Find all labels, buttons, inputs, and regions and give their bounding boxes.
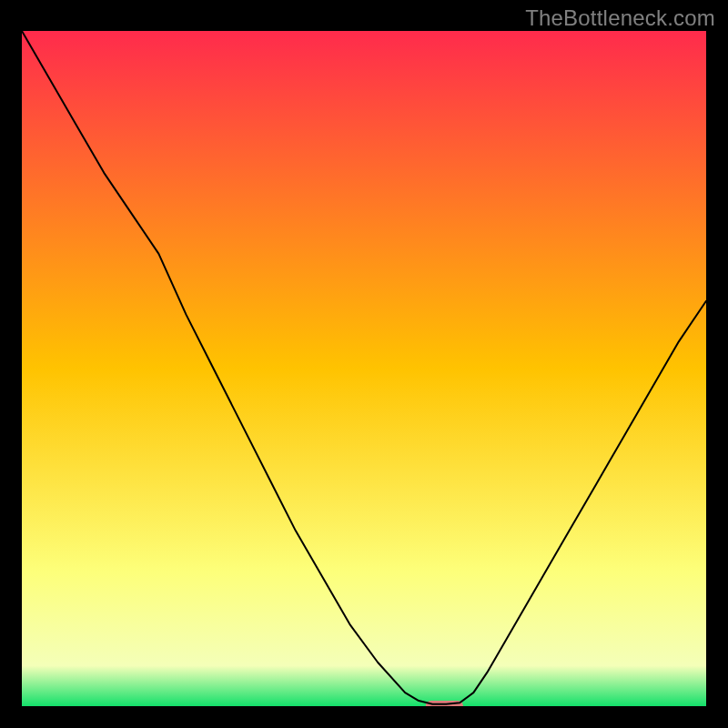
- plot-area: [22, 31, 706, 706]
- gradient-background: [22, 31, 706, 706]
- watermark-label: TheBottleneck.com: [525, 5, 715, 31]
- chart-frame: TheBottleneck.com: [0, 0, 728, 728]
- bottleneck-chart: [22, 31, 706, 706]
